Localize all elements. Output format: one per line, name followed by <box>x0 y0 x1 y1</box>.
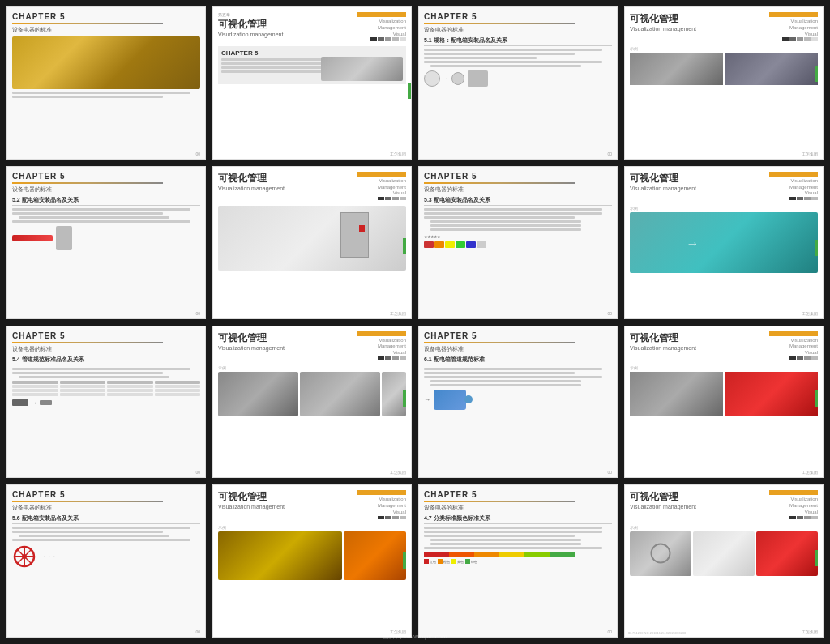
viz-subtitle-10: Visualization management <box>218 345 285 351</box>
viz-subtitle-8: Visualization management <box>630 186 696 191</box>
table-row <box>12 389 200 392</box>
viz-subtitle-6: Visualization management <box>218 186 285 191</box>
scale-seg <box>811 197 818 200</box>
pump-diagram: → <box>424 390 612 410</box>
color-seg-orange <box>474 552 499 557</box>
page-footer-15: 00 <box>607 629 612 634</box>
viz-title-12: 可视化管理 <box>630 331 696 345</box>
text-line <box>424 212 602 215</box>
table-cell <box>12 385 58 388</box>
table-row <box>12 393 200 396</box>
legend-item: 橙色 <box>438 559 450 564</box>
color-seg-yellow-green <box>524 552 550 557</box>
text-line <box>19 535 169 537</box>
right-logo-14: VisualizationManagementVisual <box>357 490 406 521</box>
text-line <box>12 539 190 541</box>
scale-seg <box>385 37 391 41</box>
orange-bar-4 <box>769 12 818 17</box>
diagram-3: → <box>424 70 612 87</box>
scale-seg <box>797 356 803 360</box>
table-cell <box>12 389 58 392</box>
section-title-11: 6.1 配电箱管道规范标准 <box>424 356 612 365</box>
industrial-image-1 <box>12 36 200 89</box>
section-title-9: 5.4 管道规范标准品名及关系 <box>12 356 200 365</box>
scale-seg <box>392 516 399 519</box>
pump-arrow-left: → <box>424 396 430 403</box>
viz-title-10: 可视化管理 <box>218 331 285 345</box>
chapter-header-13: CHAPTER 5 设备电器的标准 <box>12 490 200 512</box>
chapter-header-5: CHAPTER 5 设备电器的标准 <box>12 172 200 194</box>
scale-bar-10 <box>357 356 406 360</box>
logo-text: VisualizationManagementVisual <box>357 19 406 37</box>
text-line <box>12 527 190 529</box>
section-title-5: 5.2 配电箱安装品名及关系 <box>12 196 200 206</box>
gear-img <box>344 531 406 580</box>
text-line <box>424 527 602 529</box>
text-content-1 <box>12 92 200 98</box>
page-footer-11: 00 <box>607 470 612 475</box>
image-label-16: 示例 <box>630 525 818 530</box>
chapter-label-2: 第五章 <box>218 12 283 17</box>
right-logo-10: VisualizationManagementVisual <box>357 331 406 362</box>
right-logo-4: VisualizationManagementVisual <box>769 12 818 43</box>
scale-seg <box>385 516 391 519</box>
text-line <box>221 70 330 73</box>
scale-bar-14 <box>357 516 406 519</box>
green-accent-16 <box>815 550 818 566</box>
legend-color <box>438 559 443 564</box>
image-label-14: 示例 <box>218 525 406 530</box>
visual-title-area-16: 可视化管理 Visualization management <box>630 490 696 510</box>
scale-bar-8 <box>769 197 818 200</box>
text-content-3 <box>424 49 612 67</box>
scale-seg <box>804 37 811 41</box>
color-seg-orange-red <box>449 552 474 557</box>
legend-color <box>451 559 456 564</box>
scale-seg <box>804 516 811 519</box>
text-line <box>12 531 163 533</box>
table-cell <box>107 389 153 392</box>
visual-title-area-10: 可视化管理 Visualization management <box>218 331 285 351</box>
legend-item: 绿色 <box>465 559 477 564</box>
section-title-7: 5.3 配电箱安装品名及关系 <box>424 196 612 206</box>
color-seg-yellow <box>499 552 524 557</box>
scale-seg <box>385 197 391 200</box>
logo-text-10: VisualizationManagementVisual <box>357 338 406 356</box>
text-line <box>424 376 602 378</box>
logo-text-14: VisualizationManagementVisual <box>357 497 406 515</box>
logo-text-4: VisualizationManagementVisual <box>769 19 818 37</box>
page-footer-2: 工怎集团 <box>390 151 406 156</box>
color-bars-7 <box>424 241 612 248</box>
device-small-img <box>56 226 72 250</box>
scale-seg <box>400 37 406 41</box>
orange-bar-14 <box>357 490 406 495</box>
section-title-13: 5.6 配电箱安装品名及关系 <box>12 514 200 524</box>
cabinet-door <box>340 212 369 258</box>
scale-seg <box>400 356 406 360</box>
color-bar-yellow <box>445 241 455 248</box>
arrow-element <box>12 399 28 406</box>
right-header-10: 可视化管理 Visualization management Visualiza… <box>218 331 406 362</box>
right-header-12: 可视化管理 Visualization management Visualiza… <box>630 331 818 362</box>
scale-seg <box>378 516 384 519</box>
table-cell <box>60 385 106 388</box>
diagram-circle <box>451 72 464 85</box>
viz-subtitle-2: Visudization management <box>218 32 283 37</box>
chapter-title-7: CHAPTER 5 <box>424 172 612 181</box>
chapter-subtitle-11: 设备电器的标准 <box>424 345 612 353</box>
page-footer-13: 00 <box>195 629 200 634</box>
text-line <box>424 208 602 211</box>
visual-title-area-4: 可视化管理 Visualization management <box>630 12 696 32</box>
scale-seg <box>811 356 818 360</box>
embedded-image <box>321 57 403 81</box>
page-footer-3: 00 <box>607 151 612 156</box>
page-10: 可视化管理 Visualization management Visualiza… <box>212 326 412 479</box>
text-line <box>12 372 163 374</box>
green-accent-14 <box>403 552 406 569</box>
logo-text-16: VisualizationManagementVisual <box>769 497 818 515</box>
pump-wheel <box>464 395 473 403</box>
text-line <box>430 380 581 382</box>
machine-img-1 <box>630 53 723 85</box>
document-id: ID:751200 NO:20101115192926063238 <box>628 631 686 635</box>
visual-title-area-12: 可视化管理 Visualization management <box>630 331 696 351</box>
section-title-3: 5.1 规格：配电箱安装品名及关系 <box>424 36 612 46</box>
